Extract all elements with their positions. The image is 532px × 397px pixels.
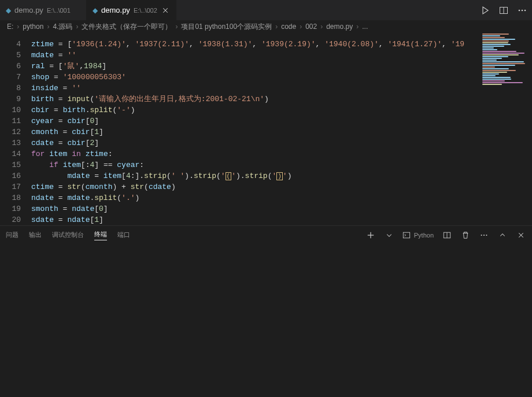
- line-number: 15: [0, 159, 21, 170]
- minimap[interactable]: [480, 33, 531, 102]
- panel-tab[interactable]: 端口: [117, 231, 130, 240]
- line-number: 10: [0, 105, 21, 116]
- breadcrumb-item[interactable]: demo.py: [326, 23, 353, 31]
- breadcrumb-separator: ›: [298, 23, 303, 31]
- line-number: 16: [0, 170, 21, 181]
- line-number: 4: [0, 39, 21, 50]
- line-number: 19: [0, 203, 21, 214]
- panel-tabs: 问题输出调试控制台终端端口 Python: [0, 226, 532, 244]
- panel-tab[interactable]: 调试控制台: [52, 231, 84, 240]
- code-line[interactable]: ctime = str(cmonth) + str(cdate): [31, 181, 532, 192]
- more-actions-icon[interactable]: [517, 5, 527, 16]
- breadcrumb-item[interactable]: 文件夹格式（保存一个即可）: [82, 22, 172, 32]
- breadcrumb-separator: ›: [75, 23, 79, 31]
- code-line[interactable]: mdate = '': [31, 50, 532, 61]
- run-icon[interactable]: [480, 5, 490, 16]
- bottom-panel: 问题输出调试控制台终端端口 Python: [0, 225, 532, 397]
- code-line[interactable]: for item in ztime:: [31, 149, 532, 159]
- code-line[interactable]: sdate = ndate[1]: [31, 214, 532, 225]
- split-terminal-icon[interactable]: [442, 230, 452, 240]
- code-line[interactable]: ndate = mdate.split('.'): [31, 192, 532, 203]
- breadcrumb-item[interactable]: 002: [305, 23, 317, 31]
- tab-desc: E:\..\001: [47, 7, 71, 14]
- code-line[interactable]: cyear = cbir[0]: [31, 116, 532, 127]
- line-number-gutter: 4567891011121314151617181920: [0, 33, 31, 225]
- line-number: 11: [0, 116, 21, 127]
- code-line[interactable]: if item[:4] == cyear:: [31, 159, 532, 170]
- chevron-down-icon[interactable]: [384, 230, 394, 240]
- breadcrumb: E: ›python›4.源码›文件夹格式（保存一个即可）›项目01 pytho…: [0, 20, 532, 33]
- tab-desc: E:\..\002: [134, 7, 157, 14]
- code-line[interactable]: cdate = cbir[2]: [31, 138, 532, 149]
- breadcrumb-root[interactable]: E:: [7, 23, 13, 31]
- line-number: 6: [0, 61, 21, 72]
- svg-point-14: [486, 235, 487, 236]
- close-panel-icon[interactable]: [516, 230, 526, 240]
- line-number: 12: [0, 127, 21, 138]
- svg-rect-9: [403, 232, 409, 238]
- breadcrumb-separator: ›: [174, 23, 179, 31]
- panel-actions: Python: [365, 230, 526, 240]
- terminal-interpreter[interactable]: Python: [402, 231, 434, 239]
- line-number: 18: [0, 192, 21, 203]
- line-number: 14: [0, 149, 21, 159]
- new-terminal-icon[interactable]: [365, 230, 376, 240]
- line-number: 8: [0, 83, 21, 94]
- code-line[interactable]: shop = '100000056303': [31, 72, 532, 83]
- editor[interactable]: 4567891011121314151617181920 ztime = ['1…: [0, 33, 532, 225]
- breadcrumb-separator: ›: [355, 23, 360, 31]
- line-number: 13: [0, 138, 21, 149]
- split-editor-icon[interactable]: [498, 5, 509, 16]
- terminal-body[interactable]: [0, 244, 532, 397]
- editor-tab[interactable]: ◆ demo.py E:\..\002: [87, 0, 176, 20]
- breadcrumb-separator: ›: [319, 23, 324, 31]
- editor-tab[interactable]: ◆ demo.py E:\..\001: [0, 0, 87, 20]
- chevron-up-icon[interactable]: [497, 230, 508, 240]
- code-line[interactable]: inside = '': [31, 83, 532, 94]
- terminal-interpreter-label: Python: [414, 232, 434, 239]
- line-number: 5: [0, 50, 21, 61]
- breadcrumb-separator: ›: [274, 23, 279, 31]
- breadcrumb-separator: ›: [46, 23, 50, 31]
- code-line[interactable]: cbir = birth.split('-'): [31, 105, 532, 116]
- code-line[interactable]: ztime = ['1936(1.24)', '1937(2.11)', '19…: [31, 39, 532, 50]
- breadcrumb-item[interactable]: code: [281, 23, 296, 31]
- breadcrumb-item[interactable]: 4.源码: [53, 22, 72, 32]
- svg-point-6: [524, 9, 526, 11]
- code-area[interactable]: ztime = ['1936(1.24)', '1937(2.11)', '19…: [31, 33, 532, 225]
- breadcrumb-item[interactable]: ...: [362, 23, 368, 31]
- code-line[interactable]: mdate = item[4:].strip(' ').strip('(').s…: [31, 170, 532, 181]
- svg-point-4: [519, 9, 520, 11]
- python-file-icon: ◆: [6, 6, 11, 14]
- panel-tab[interactable]: 问题: [6, 231, 19, 240]
- svg-point-5: [522, 9, 523, 11]
- more-icon[interactable]: [479, 230, 489, 240]
- breadcrumb-item[interactable]: 项目01 python100个源码实例: [181, 22, 272, 32]
- line-number: 20: [0, 214, 21, 225]
- breadcrumb-separator: ›: [16, 23, 20, 31]
- breadcrumb-item[interactable]: python: [23, 23, 43, 31]
- line-number: 7: [0, 72, 21, 83]
- code-line[interactable]: ral = ['鼠',1984]: [31, 61, 532, 72]
- python-file-icon: ◆: [93, 6, 98, 14]
- kill-terminal-icon[interactable]: [460, 230, 471, 240]
- close-tab-icon[interactable]: [161, 6, 170, 15]
- code-line[interactable]: birth = input('请输入你的出生年月日,格式为:2001-02-21…: [31, 94, 532, 105]
- tab-filename: demo.py: [14, 6, 43, 14]
- tab-filename: demo.py: [101, 6, 130, 14]
- line-number: 17: [0, 181, 21, 192]
- line-number: 9: [0, 94, 21, 105]
- code-line[interactable]: smonth = ndate[0]: [31, 203, 532, 214]
- svg-point-13: [483, 235, 485, 236]
- svg-point-12: [481, 235, 482, 236]
- panel-tab[interactable]: 输出: [29, 231, 42, 240]
- panel-tab[interactable]: 终端: [94, 230, 107, 240]
- tab-actions: [475, 0, 532, 20]
- tab-bar: ◆ demo.py E:\..\001 ◆ demo.py E:\..\002: [0, 0, 532, 20]
- code-line[interactable]: cmonth = cbir[1]: [31, 127, 532, 138]
